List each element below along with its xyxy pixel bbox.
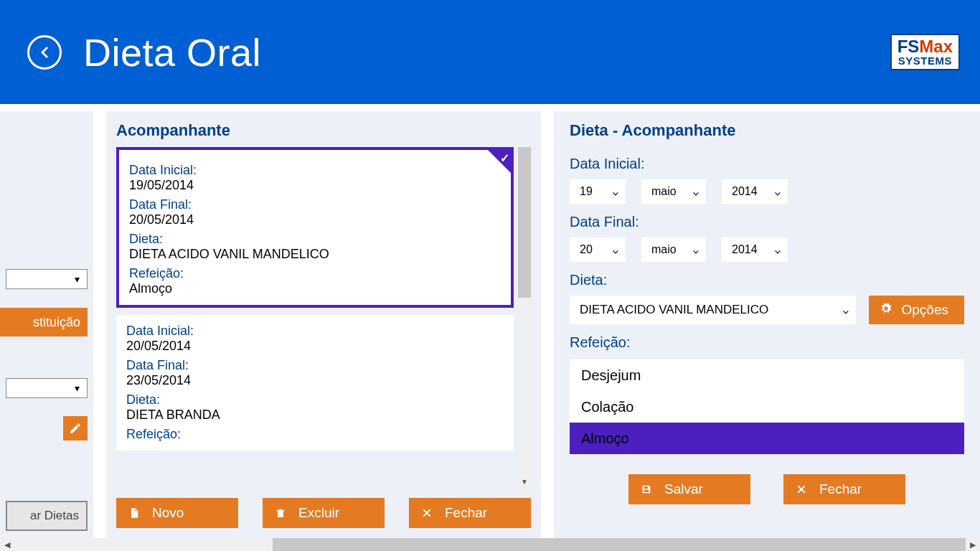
- substituicao-button[interactable]: stituição: [0, 308, 88, 336]
- card-label-dieta: Dieta:: [129, 232, 501, 247]
- acompanhante-panel: Acompanhante ✓ Data Inicial: 19/05/2014 …: [106, 111, 541, 538]
- diet-card[interactable]: ✓ Data Inicial: 19/05/2014 Data Final: 2…: [116, 147, 514, 308]
- chevron-down-icon: ⌵: [693, 245, 699, 255]
- card-label-data-inicial: Data Inicial:: [129, 163, 501, 178]
- save-icon: [640, 483, 653, 496]
- diet-card[interactable]: Data Inicial: 20/05/2014 Data Final: 23/…: [116, 315, 514, 451]
- selected-indicator: [485, 147, 514, 176]
- card-label-data-final: Data Final:: [126, 358, 504, 373]
- vertical-scrollbar[interactable]: ▲ ▼: [518, 147, 531, 488]
- card-label-refeicao: Refeição:: [129, 266, 501, 281]
- panel-title: Acompanhante: [116, 121, 531, 140]
- chevron-down-icon: ⌵: [843, 305, 849, 316]
- card-value-data-inicial: 20/05/2014: [126, 339, 504, 354]
- close-icon: [420, 507, 433, 519]
- form-label-dieta: Dieta:: [570, 272, 964, 288]
- chevron-down-icon: ⌵: [693, 187, 699, 197]
- button-label: Novo: [152, 505, 184, 521]
- check-icon: ✓: [500, 151, 509, 165]
- refeicao-list: Desjejum Colação Almoço: [570, 359, 964, 454]
- scroll-left-icon[interactable]: ◀: [0, 540, 14, 550]
- horizontal-scrollbar[interactable]: ◀ ▶: [0, 538, 980, 551]
- form-label-data-inicial: Data Inicial:: [570, 156, 964, 172]
- logo-text-bottom: SYSTEMS: [897, 55, 953, 66]
- logo-text-b: Max: [919, 37, 953, 56]
- scroll-right-icon[interactable]: ▶: [966, 540, 980, 550]
- edit-button[interactable]: [63, 416, 88, 441]
- card-value-dieta: DIETA BRANDA: [126, 408, 504, 423]
- copy-dietas-button[interactable]: ar Dietas: [6, 501, 88, 531]
- form-label-data-final: Data Final:: [570, 214, 964, 230]
- panel-title: Dieta - Acompanhante: [570, 121, 964, 140]
- chevron-down-icon: ⌵: [613, 187, 618, 197]
- fechar-button[interactable]: Fechar: [783, 474, 905, 504]
- card-value-refeicao: Almoço: [129, 281, 501, 296]
- card-label-data-final: Data Final:: [129, 197, 501, 212]
- sidebar-dropdown-2[interactable]: ▾: [6, 378, 88, 398]
- button-label: Fechar: [445, 505, 487, 521]
- button-label: Salvar: [664, 481, 703, 497]
- refeicao-option[interactable]: Almoço: [570, 423, 964, 454]
- dieta-select[interactable]: DIETA ACIDO VANIL MANDELICO⌵: [570, 296, 856, 324]
- form-label-refeicao: Refeição:: [570, 334, 964, 351]
- page-title: Dieta Oral: [83, 30, 261, 75]
- fechar-button[interactable]: Fechar: [409, 498, 531, 528]
- refeicao-option[interactable]: Colação: [570, 391, 964, 423]
- chevron-down-icon: ⌵: [613, 245, 618, 255]
- month-select[interactable]: maio⌵: [641, 237, 706, 262]
- brand-logo: FSMax SYSTEMS: [890, 34, 960, 70]
- trash-icon: [274, 507, 287, 519]
- opcoes-button[interactable]: Opções: [869, 296, 964, 324]
- excluir-button[interactable]: Excluir: [263, 498, 385, 528]
- day-select[interactable]: 20⌵: [570, 237, 626, 262]
- scrollbar-thumb[interactable]: [518, 147, 531, 298]
- card-value-data-final: 20/05/2014: [129, 212, 501, 227]
- button-label: Opções: [902, 302, 948, 318]
- card-label-refeicao: Refeição:: [126, 427, 504, 442]
- scroll-down-icon[interactable]: ▼: [518, 475, 531, 488]
- document-icon: [128, 507, 141, 519]
- back-button[interactable]: [27, 35, 62, 70]
- card-value-data-final: 23/05/2014: [126, 373, 504, 388]
- app-header: Dieta Oral FSMax SYSTEMS: [0, 0, 980, 104]
- sidebar-dropdown-1[interactable]: ▾: [6, 269, 88, 289]
- gear-icon: [880, 302, 892, 318]
- form-panel: Dieta - Acompanhante Data Inicial: 19⌵ m…: [554, 111, 980, 538]
- close-icon: [795, 483, 808, 496]
- logo-text-a: FS: [897, 37, 920, 56]
- button-label: Fechar: [819, 481, 862, 497]
- sidebar-fragment: ▾ stituição ▾ ar Dietas: [0, 111, 93, 538]
- card-label-data-inicial: Data Inicial:: [126, 324, 504, 339]
- chevron-down-icon: ▾: [75, 273, 80, 285]
- pencil-icon: [69, 422, 82, 435]
- scrollbar-thumb[interactable]: [273, 538, 966, 551]
- salvar-button[interactable]: Salvar: [628, 474, 750, 504]
- refeicao-option[interactable]: Desjejum: [570, 359, 964, 391]
- chevron-down-icon: ▾: [75, 382, 80, 394]
- card-label-dieta: Dieta:: [126, 392, 504, 408]
- card-value-data-inicial: 19/05/2014: [129, 178, 501, 193]
- button-label: Excluir: [298, 505, 339, 521]
- month-select[interactable]: maio⌵: [641, 179, 706, 204]
- year-select[interactable]: 2014⌵: [722, 179, 788, 204]
- card-value-dieta: DIETA ACIDO VANIL MANDELICO: [129, 247, 501, 262]
- year-select[interactable]: 2014⌵: [722, 237, 788, 262]
- chevron-down-icon: ⌵: [775, 187, 781, 197]
- arrow-left-icon: [36, 44, 53, 61]
- novo-button[interactable]: Novo: [116, 498, 238, 528]
- day-select[interactable]: 19⌵: [570, 179, 626, 204]
- chevron-down-icon: ⌵: [775, 245, 781, 255]
